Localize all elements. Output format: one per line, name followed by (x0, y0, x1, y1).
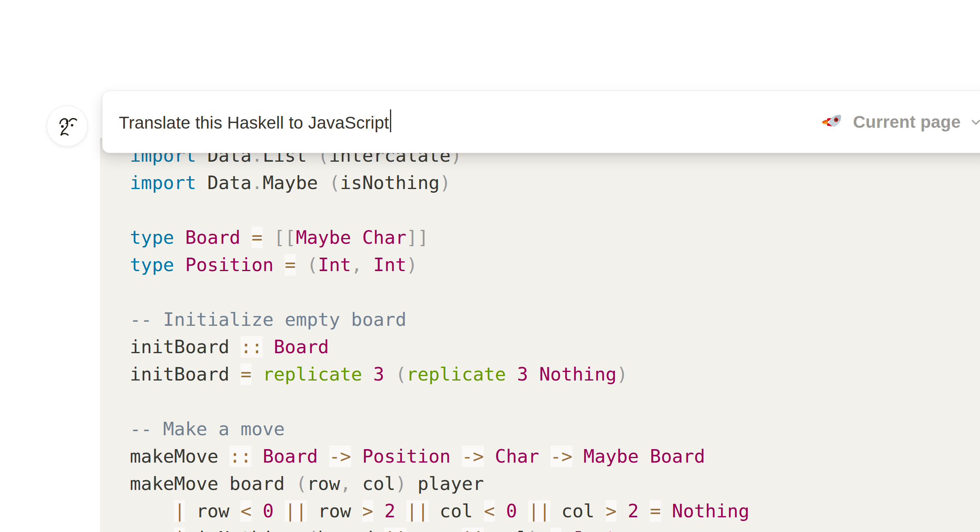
code-line: -- Initialize empty board (130, 306, 749, 333)
prompt-input[interactable]: Translate this Haskell to JavaScript (119, 91, 710, 153)
code-line: initBoard = replicate 3 (replicate 3 Not… (130, 361, 749, 388)
ai-assistant-button[interactable] (47, 105, 88, 147)
code-token (539, 528, 550, 532)
code-token: row (307, 500, 362, 522)
code-token (296, 254, 307, 276)
code-token: replicate (263, 363, 362, 385)
rocket-icon (822, 110, 846, 134)
code-token (241, 227, 252, 248)
code-token: || (528, 500, 550, 522)
code-token: , (340, 473, 351, 494)
code-token: :: (229, 445, 252, 467)
code-token: Maybe (263, 172, 329, 194)
code-line (130, 388, 749, 415)
code-token: = (650, 500, 661, 522)
code-token: Int (318, 254, 351, 276)
code-token (252, 445, 263, 467)
code-token: ( (307, 528, 318, 532)
code-token (274, 500, 285, 522)
ai-prompt-bar: Translate this Haskell to JavaScript Cur… (102, 91, 980, 153)
code-line: | row < 0 || row > 2 || col < 0 || col >… (130, 497, 749, 525)
code-token (174, 254, 185, 276)
code-token (639, 445, 650, 467)
code-token: 2 (628, 500, 639, 522)
code-line (130, 278, 749, 306)
code-token (318, 445, 329, 467)
code-token: row (307, 473, 340, 494)
code-token: -- Make a move (130, 418, 285, 440)
text-cursor (390, 109, 391, 132)
code-token (561, 528, 572, 532)
code-token: Int (373, 254, 406, 276)
code-token: isNothing (340, 172, 440, 194)
code-line: type Position = (Int, Int) (130, 251, 749, 278)
code-token: | (174, 528, 185, 532)
code-token (274, 254, 285, 276)
code-token (484, 445, 495, 467)
code-token: Nothing (539, 363, 617, 385)
code-token: Nothing (672, 500, 750, 522)
code-line: makeMove :: Board -> Position -> Char ->… (130, 443, 749, 470)
code-token: ( (329, 172, 340, 194)
code-token: -> (550, 445, 572, 467)
code-token (617, 500, 628, 522)
code-token: Char (362, 227, 406, 248)
code-token: Data (196, 172, 252, 194)
code-token (174, 227, 185, 248)
code-line: initBoard :: Board (130, 333, 749, 361)
code-token: col (484, 528, 528, 532)
code-token: > (362, 500, 373, 522)
code-token: ) (440, 172, 451, 194)
code-token: ]] (406, 227, 428, 248)
code-token (572, 445, 584, 467)
code-token: Position (362, 445, 451, 467)
code-token: Maybe (584, 445, 639, 467)
code-token (362, 363, 373, 385)
code-token (639, 500, 650, 522)
code-token: -> (462, 445, 484, 467)
code-token: [[ (274, 227, 296, 248)
code-token: , (351, 254, 362, 276)
code-token (362, 254, 373, 276)
code-token: < (241, 500, 252, 522)
code-token (252, 500, 263, 522)
code-token: -- Initialize empty board (130, 309, 406, 330)
code-content: import Data.List (intercalate)import Dat… (130, 142, 749, 532)
page-background: import Data.List (intercalate)import Dat… (0, 0, 980, 532)
code-token: < (484, 500, 495, 522)
code-token (395, 500, 406, 522)
code-line: type Board = [[Maybe Char]] (130, 224, 749, 251)
code-token: 0 (506, 500, 517, 522)
code-token: . (252, 172, 263, 194)
context-selector[interactable]: Current page (822, 91, 980, 153)
code-token: Just (572, 528, 617, 532)
code-token: col (429, 500, 484, 522)
code-token: ( (395, 363, 406, 385)
code-line: -- Make a move (130, 415, 749, 443)
code-token (517, 500, 528, 522)
prompt-input-text: Translate this Haskell to JavaScript (119, 113, 389, 133)
code-token (495, 500, 506, 522)
code-token: || (406, 500, 428, 522)
code-token (130, 500, 174, 522)
code-token: replicate (406, 363, 506, 385)
code-token: !! (384, 528, 406, 532)
code-token: 2 (384, 500, 395, 522)
code-token: = (285, 254, 296, 276)
code-token (451, 445, 462, 467)
code-token: Board (650, 445, 705, 467)
code-token: 3 (517, 363, 528, 385)
code-token: import (130, 172, 196, 194)
code-token: initBoard (130, 363, 241, 385)
code-token: Board (263, 445, 318, 467)
code-line: makeMove board (row, col) player (130, 470, 749, 497)
code-block[interactable]: import Data.List (intercalate)import Dat… (100, 138, 980, 532)
code-token (384, 363, 395, 385)
code-token: ) (617, 363, 628, 385)
code-token (539, 445, 550, 467)
code-token (252, 363, 263, 385)
code-token (263, 336, 274, 358)
code-token: = (550, 528, 561, 532)
code-token: col (351, 473, 395, 494)
code-token: ( (296, 473, 307, 494)
